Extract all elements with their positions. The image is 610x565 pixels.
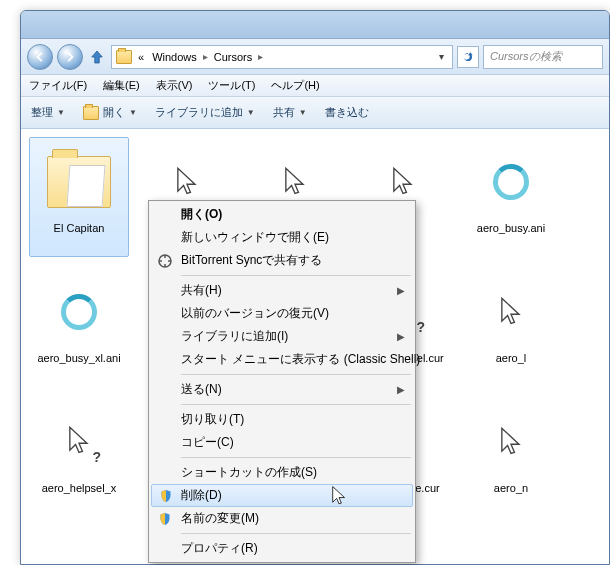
folder-icon — [83, 106, 99, 120]
busy-ring-icon — [493, 164, 529, 200]
file-item[interactable]: El Capitan — [29, 137, 129, 257]
navbar: « Windows ▸ Cursors ▸ ▾ Cursorsの検索 — [21, 39, 609, 75]
file-item[interactable]: aero_busy_xl.ani — [29, 267, 129, 387]
breadcrumb-item[interactable]: Windows — [150, 51, 199, 63]
arrow-up-icon — [88, 48, 106, 66]
arrow-left-icon — [33, 50, 47, 64]
file-label: aero_n — [490, 482, 532, 495]
breadcrumb-item[interactable]: Cursors — [212, 51, 255, 63]
file-label: El Capitan — [50, 222, 109, 235]
menu-edit[interactable]: 編集(E) — [103, 78, 140, 93]
file-label: aero_busy.ani — [473, 222, 549, 235]
menu-tools[interactable]: ツール(T) — [208, 78, 255, 93]
share-button[interactable]: 共有 ▼ — [273, 105, 307, 120]
context-menu: 開く(O) 新しいウィンドウで開く(E) BitTorrent Syncで共有す… — [148, 200, 416, 563]
ctx-restore[interactable]: 以前のバージョンの復元(V) — [151, 302, 413, 325]
ctx-open[interactable]: 開く(O) — [151, 203, 413, 226]
submenu-arrow-icon: ▶ — [397, 331, 405, 342]
help-cursor-icon: ? — [67, 425, 91, 459]
sync-icon — [157, 253, 173, 269]
menu-view[interactable]: 表示(V) — [156, 78, 193, 93]
file-label: aero_l — [492, 352, 531, 365]
write-button[interactable]: 書き込む — [325, 105, 369, 120]
menu-file[interactable]: ファイル(F) — [29, 78, 87, 93]
cursor-arrow-icon — [499, 426, 523, 458]
cursor-arrow-icon — [283, 166, 307, 198]
submenu-arrow-icon: ▶ — [397, 285, 405, 296]
address-dropdown[interactable]: ▾ — [435, 51, 448, 62]
file-label: aero_helpsel_x — [38, 482, 121, 495]
submenu-arrow-icon: ▶ — [397, 384, 405, 395]
organize-button[interactable]: 整理 ▼ — [31, 105, 65, 120]
menubar: ファイル(F) 編集(E) 表示(V) ツール(T) ヘルプ(H) — [21, 75, 609, 97]
folder-icon — [47, 156, 111, 208]
arrow-right-icon — [63, 50, 77, 64]
ctx-copy[interactable]: コピー(C) — [151, 431, 413, 454]
titlebar[interactable] — [21, 11, 609, 39]
folder-icon — [116, 50, 132, 64]
ctx-rename[interactable]: 名前の変更(M) — [151, 507, 413, 530]
file-label: aero_busy_xl.ani — [33, 352, 124, 365]
file-item[interactable]: aero_n — [461, 397, 561, 517]
cursor-arrow-icon — [175, 166, 199, 198]
file-item[interactable]: aero_busy.ani — [461, 137, 561, 257]
chevron-right-icon[interactable]: ▸ — [203, 51, 208, 62]
ctx-shortcut[interactable]: ショートカットの作成(S) — [151, 461, 413, 484]
address-bar[interactable]: « Windows ▸ Cursors ▸ ▾ — [111, 45, 453, 69]
addlib-button[interactable]: ライブラリに追加 ▼ — [155, 105, 255, 120]
busy-ring-icon — [61, 294, 97, 330]
menu-help[interactable]: ヘルプ(H) — [271, 78, 319, 93]
forward-button[interactable] — [57, 44, 83, 70]
back-button[interactable] — [27, 44, 53, 70]
toolbar: 整理 ▼ 開く ▼ ライブラリに追加 ▼ 共有 ▼ 書き込む — [21, 97, 609, 129]
refresh-icon — [461, 50, 475, 64]
ctx-props[interactable]: プロパティ(R) — [151, 537, 413, 560]
ctx-btsync[interactable]: BitTorrent Syncで共有する — [151, 249, 413, 272]
open-button[interactable]: 開く ▼ — [83, 105, 137, 120]
ctx-startmenu[interactable]: スタート メニューに表示する (Classic Shell) — [151, 348, 413, 371]
refresh-button[interactable] — [457, 46, 479, 68]
ctx-addlib[interactable]: ライブラリに追加(I)▶ — [151, 325, 413, 348]
search-placeholder: Cursorsの検索 — [490, 49, 562, 64]
ctx-delete[interactable]: 削除(D) — [151, 484, 413, 507]
ctx-send[interactable]: 送る(N)▶ — [151, 378, 413, 401]
cursor-arrow-icon — [499, 296, 523, 328]
ctx-share[interactable]: 共有(H)▶ — [151, 279, 413, 302]
cursor-arrow-icon — [391, 166, 415, 198]
shield-icon — [157, 511, 173, 527]
chevron-right-icon[interactable]: ▸ — [258, 51, 263, 62]
file-item[interactable]: ?aero_helpsel_x — [29, 397, 129, 517]
ctx-cut[interactable]: 切り取り(T) — [151, 408, 413, 431]
file-item[interactable]: aero_l — [461, 267, 561, 387]
search-input[interactable]: Cursorsの検索 — [483, 45, 603, 69]
up-button[interactable] — [87, 47, 107, 67]
ctx-open-newwin[interactable]: 新しいウィンドウで開く(E) — [151, 226, 413, 249]
breadcrumb-prefix: « — [136, 51, 146, 63]
shield-icon — [158, 488, 174, 504]
